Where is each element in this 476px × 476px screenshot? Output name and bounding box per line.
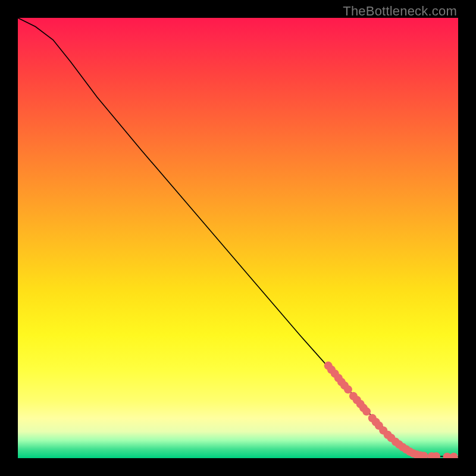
data-marker [362, 408, 371, 416]
data-marker [344, 386, 352, 394]
watermark-text: TheBottleneck.com [343, 4, 457, 19]
bottleneck-curve [18, 18, 458, 457]
data-marker [450, 453, 458, 458]
marker-group [324, 362, 458, 458]
chart-svg [18, 18, 458, 458]
